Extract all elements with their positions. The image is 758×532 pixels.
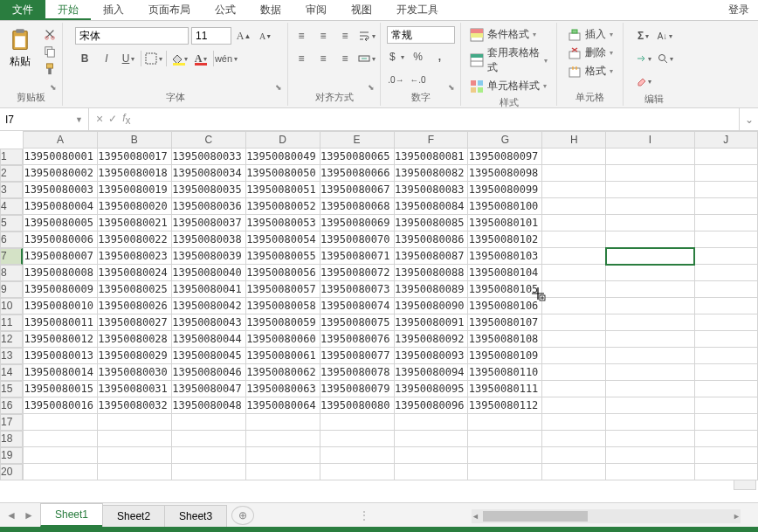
align-bottom-button[interactable]: ≡ bbox=[335, 26, 355, 45]
percent-button[interactable]: % bbox=[409, 47, 428, 66]
wrap-text-button[interactable] bbox=[357, 26, 376, 45]
col-header-B[interactable]: B bbox=[97, 132, 171, 149]
cell-J9[interactable] bbox=[694, 281, 758, 298]
row-header-12[interactable]: 12 bbox=[0, 331, 23, 348]
cell-C20[interactable] bbox=[171, 464, 245, 480]
cell-D9[interactable]: 13950080057 bbox=[245, 281, 320, 298]
cell-I7[interactable] bbox=[606, 248, 694, 265]
row-header-14[interactable]: 14 bbox=[0, 364, 23, 381]
cell-D5[interactable]: 13950080053 bbox=[245, 215, 320, 231]
increase-font-button[interactable]: A▲ bbox=[234, 26, 253, 45]
row-header-1[interactable]: 1 bbox=[0, 149, 23, 165]
cell-J12[interactable] bbox=[694, 331, 758, 348]
cell-B7[interactable]: 13950080023 bbox=[97, 248, 171, 265]
row-header-15[interactable]: 15 bbox=[0, 381, 23, 397]
cell-F14[interactable]: 13950080094 bbox=[394, 364, 468, 381]
cell-J18[interactable] bbox=[694, 431, 758, 447]
cell-J8[interactable] bbox=[694, 265, 758, 281]
cell-I19[interactable] bbox=[606, 447, 694, 464]
cell-J2[interactable] bbox=[694, 165, 758, 182]
align-top-button[interactable]: ≡ bbox=[292, 26, 311, 45]
cell-G8[interactable]: 13950080104 bbox=[468, 265, 542, 281]
row-header-17[interactable]: 17 bbox=[0, 414, 23, 431]
number-format-select[interactable] bbox=[387, 26, 455, 44]
cell-G19[interactable] bbox=[468, 447, 542, 464]
expand-formula-button[interactable]: ⌄ bbox=[739, 108, 758, 130]
cell-B3[interactable]: 13950080019 bbox=[97, 182, 171, 198]
cell-A2[interactable]: 13950080002 bbox=[24, 165, 98, 182]
col-header-G[interactable]: G bbox=[468, 132, 542, 149]
cell-C9[interactable]: 13950080041 bbox=[171, 281, 245, 298]
cell-A15[interactable]: 13950080015 bbox=[24, 381, 98, 397]
col-header-I[interactable]: I bbox=[606, 132, 694, 149]
name-box-input[interactable] bbox=[5, 114, 58, 126]
cell-H6[interactable] bbox=[542, 231, 606, 248]
cell-B13[interactable]: 13950080029 bbox=[97, 348, 171, 364]
clipboard-launcher[interactable]: ⬊ bbox=[50, 83, 60, 93]
cell-I3[interactable] bbox=[606, 182, 694, 198]
select-all-corner[interactable] bbox=[734, 480, 756, 490]
col-header-J[interactable]: J bbox=[694, 132, 758, 149]
cell-E18[interactable] bbox=[320, 431, 394, 447]
paste-button[interactable]: 粘贴 bbox=[4, 26, 36, 71]
cell-B14[interactable]: 13950080030 bbox=[97, 364, 171, 381]
cell-A19[interactable] bbox=[24, 447, 98, 464]
cell-J3[interactable] bbox=[694, 182, 758, 198]
cell-D2[interactable]: 13950080050 bbox=[245, 165, 320, 182]
col-header-H[interactable]: H bbox=[542, 132, 606, 149]
insert-cells-button[interactable]: 插入▾ bbox=[566, 26, 615, 43]
cell-E19[interactable] bbox=[320, 447, 394, 464]
cell-D11[interactable]: 13950080059 bbox=[245, 314, 320, 331]
cell-H20[interactable] bbox=[542, 464, 606, 480]
cell-F15[interactable]: 13950080095 bbox=[394, 381, 468, 397]
cell-I1[interactable] bbox=[606, 149, 694, 165]
scrollbar-thumb[interactable] bbox=[483, 511, 588, 522]
tab-dev[interactable]: 开发工具 bbox=[384, 0, 451, 20]
cell-I6[interactable] bbox=[606, 231, 694, 248]
number-launcher[interactable]: ⬊ bbox=[448, 83, 458, 93]
cell-H12[interactable] bbox=[542, 331, 606, 348]
font-size-select[interactable] bbox=[191, 27, 231, 45]
cell-A7[interactable]: 13950080007 bbox=[24, 248, 98, 265]
cell-C6[interactable]: 13950080038 bbox=[171, 231, 245, 248]
cell-H17[interactable] bbox=[542, 414, 606, 431]
cell-B10[interactable]: 13950080026 bbox=[97, 298, 171, 314]
cell-F2[interactable]: 13950080082 bbox=[394, 165, 468, 182]
cell-B5[interactable]: 13950080021 bbox=[97, 215, 171, 231]
cell-H14[interactable] bbox=[542, 364, 606, 381]
cell-J5[interactable] bbox=[694, 215, 758, 231]
cell-C3[interactable]: 13950080035 bbox=[171, 182, 245, 198]
row-header-11[interactable]: 11 bbox=[0, 314, 23, 331]
formula-input[interactable] bbox=[143, 114, 734, 126]
cell-H11[interactable] bbox=[542, 314, 606, 331]
cell-E16[interactable]: 13950080080 bbox=[320, 397, 394, 414]
row-header-5[interactable]: 5 bbox=[0, 215, 23, 231]
tab-file[interactable]: 文件 bbox=[0, 0, 45, 20]
cell-J11[interactable] bbox=[694, 314, 758, 331]
cancel-formula-button[interactable]: × bbox=[96, 112, 103, 126]
cell-J7[interactable] bbox=[694, 248, 758, 265]
col-header-A[interactable]: A bbox=[24, 132, 98, 149]
cell-G18[interactable] bbox=[468, 431, 542, 447]
cell-B17[interactable] bbox=[97, 414, 171, 431]
cut-button[interactable] bbox=[41, 26, 59, 42]
row-header-9[interactable]: 9 bbox=[0, 281, 23, 298]
cell-H18[interactable] bbox=[542, 431, 606, 447]
row-header-10[interactable]: 10 bbox=[0, 298, 23, 314]
cell-B8[interactable]: 13950080024 bbox=[97, 265, 171, 281]
cell-J13[interactable] bbox=[694, 348, 758, 364]
cell-D6[interactable]: 13950080054 bbox=[245, 231, 320, 248]
cell-G7[interactable]: 13950080103 bbox=[468, 248, 542, 265]
cell-C7[interactable]: 13950080039 bbox=[171, 248, 245, 265]
cell-E4[interactable]: 13950080068 bbox=[320, 198, 394, 215]
align-center-button[interactable]: ≡ bbox=[314, 49, 333, 68]
increase-decimal-button[interactable]: .0→ bbox=[387, 70, 406, 89]
cell-G3[interactable]: 13950080099 bbox=[468, 182, 542, 198]
currency-button[interactable]: $ bbox=[387, 47, 406, 66]
cell-H13[interactable] bbox=[542, 348, 606, 364]
cell-H4[interactable] bbox=[542, 198, 606, 215]
fill-button[interactable] bbox=[634, 49, 653, 68]
cell-I20[interactable] bbox=[606, 464, 694, 480]
cell-F5[interactable]: 13950080085 bbox=[394, 215, 468, 231]
col-header-D[interactable]: D bbox=[245, 132, 320, 149]
